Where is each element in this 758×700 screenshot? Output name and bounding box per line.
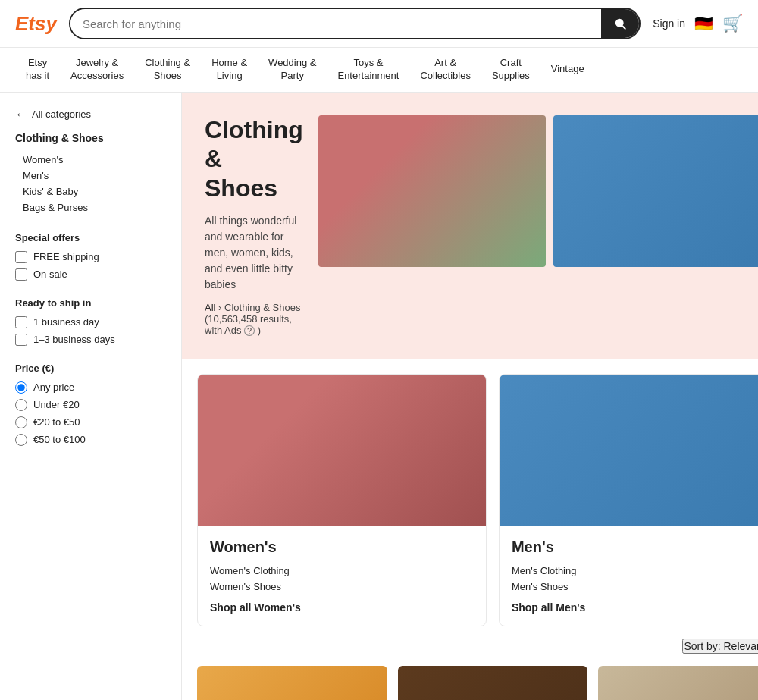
free-shipping-label: FREE shipping	[33, 251, 99, 262]
search-icon	[613, 17, 627, 30]
womens-clothing-link[interactable]: Women's Clothing	[210, 565, 474, 576]
hero-image-mens	[553, 115, 758, 267]
products-grid: Walkanzug Ad by vomiagmacht ★★★★★ (30) f…	[182, 660, 758, 700]
special-offers-section: Special offers FREE shipping On sale	[15, 232, 166, 281]
shop-all-womens-link[interactable]: Shop all Women's	[210, 601, 474, 614]
sort-label: Sort by: Relevancy	[684, 640, 758, 652]
price-section: Price (€) Any price Under €20 €20 to €50…	[15, 363, 166, 446]
hero-img-placeholder-2	[553, 115, 758, 267]
flag-icon[interactable]: 🇩🇪	[694, 14, 713, 33]
any-price-input[interactable]	[15, 381, 27, 394]
mens-clothing-link[interactable]: Men's Clothing	[512, 565, 758, 576]
50-100-radio[interactable]: €50 to €100	[15, 434, 166, 446]
back-label: All categories	[32, 108, 91, 120]
1-day-label: 1 business day	[33, 316, 99, 328]
cart-icon[interactable]: 🛒	[722, 14, 743, 33]
under20-input[interactable]	[15, 399, 27, 411]
search-bar	[69, 8, 641, 39]
header-actions: Sign in 🇩🇪 🛒	[653, 14, 743, 33]
nav-item-etsy-has-it[interactable]: Etsyhas it	[15, 48, 60, 92]
under20-label: Under €20	[33, 399, 80, 410]
any-price-radio[interactable]: Any price	[15, 381, 166, 394]
20-50-label: €20 to €50	[33, 416, 80, 428]
hero-description: All things wonderful and wearable for me…	[205, 213, 303, 293]
free-shipping-checkbox[interactable]: FREE shipping	[15, 251, 166, 263]
results-close: )	[258, 325, 261, 336]
hero-image-womens	[318, 115, 546, 267]
product-image-2	[398, 666, 588, 700]
nav-item-jewelry[interactable]: Jewelry &Accessories	[60, 48, 134, 92]
nav-item-home-living[interactable]: Home &Living	[201, 48, 258, 92]
sidebar-item-bags[interactable]: Bags & Purses	[15, 199, 166, 215]
ready-to-ship-section: Ready to ship in 1 business day 1–3 busi…	[15, 297, 166, 346]
product-card-3[interactable]: Bohemia Vintage Backp... Ad by TreeOnThe…	[598, 666, 758, 700]
sidebar-item-womens[interactable]: Women's	[15, 152, 166, 168]
womens-category-card: Women's Women's Clothing Women's Shoes S…	[197, 374, 487, 626]
1-3-days-input[interactable]	[15, 334, 27, 346]
etsy-logo[interactable]: Etsy	[15, 12, 57, 36]
free-shipping-input[interactable]	[15, 251, 27, 263]
sign-in-link[interactable]: Sign in	[653, 17, 685, 30]
womens-card-image	[198, 375, 486, 526]
category-cards: Women's Women's Clothing Women's Shoes S…	[182, 359, 758, 626]
on-sale-input[interactable]	[15, 268, 27, 281]
ready-to-ship-title: Ready to ship in	[15, 297, 166, 309]
sidebar-item-mens[interactable]: Men's	[15, 168, 166, 184]
nav-item-art[interactable]: Art &Collectibles	[409, 48, 481, 92]
main-nav: Etsyhas it Jewelry &Accessories Clothing…	[0, 48, 758, 93]
product-image-1	[197, 666, 387, 700]
20-50-input[interactable]	[15, 416, 27, 428]
product-card-1[interactable]: Walkanzug Ad by vomiagmacht ★★★★★ (30) f…	[197, 666, 387, 700]
mens-card-image	[500, 375, 758, 526]
womens-shoes-link[interactable]: Women's Shoes	[210, 581, 474, 592]
under20-radio[interactable]: Under €20	[15, 399, 166, 411]
mens-card-title: Men's	[512, 538, 758, 556]
shop-all-mens-link[interactable]: Shop all Men's	[512, 601, 758, 614]
on-sale-checkbox[interactable]: On sale	[15, 268, 166, 281]
mens-category-card: Men's Men's Clothing Men's Shoes Shop al…	[499, 374, 758, 626]
20-50-radio[interactable]: €20 to €50	[15, 416, 166, 428]
back-to-categories[interactable]: ← All categories	[15, 108, 166, 121]
search-button[interactable]	[601, 9, 639, 38]
info-icon[interactable]: ?	[244, 325, 255, 336]
hero-images	[318, 115, 758, 267]
nav-item-vintage[interactable]: Vintage	[540, 54, 595, 85]
content-area: Clothing &Shoes All things wonderful and…	[182, 93, 758, 700]
1-day-input[interactable]	[15, 316, 27, 328]
main-content: ← All categories Clothing & Shoes Women'…	[0, 93, 758, 700]
hero-text: Clothing &Shoes All things wonderful and…	[205, 115, 303, 336]
any-price-label: Any price	[33, 381, 74, 393]
nav-item-clothing[interactable]: Clothing &Shoes	[134, 48, 201, 92]
1-3-days-label: 1–3 business days	[33, 334, 115, 345]
hero-breadcrumb: All › Clothing & Shoes (10,563,458 resul…	[205, 302, 303, 336]
product-card-2[interactable]: Vintage white Nike Inspi... Ad by Summer…	[398, 666, 588, 700]
price-title: Price (€)	[15, 363, 166, 374]
nav-item-craft[interactable]: CraftSupplies	[481, 48, 540, 92]
mens-card-body: Men's Men's Clothing Men's Shoes Shop al…	[500, 526, 758, 626]
nav-item-wedding[interactable]: Wedding &Party	[258, 48, 327, 92]
womens-card-title: Women's	[210, 538, 474, 556]
1-day-checkbox[interactable]: 1 business day	[15, 316, 166, 328]
hero-banner: Clothing &Shoes All things wonderful and…	[182, 93, 758, 359]
sidebar: ← All categories Clothing & Shoes Women'…	[0, 93, 182, 700]
50-100-input[interactable]	[15, 434, 27, 446]
nav-item-toys[interactable]: Toys &Entertainment	[327, 48, 409, 92]
breadcrumb-all-link[interactable]: All	[205, 302, 215, 313]
header: Etsy Sign in 🇩🇪 🛒	[0, 0, 758, 48]
special-offers-title: Special offers	[15, 232, 166, 243]
breadcrumb-section: Clothing & Shoes	[224, 302, 300, 313]
hero-img-placeholder-1	[318, 115, 546, 267]
1-3-days-checkbox[interactable]: 1–3 business days	[15, 334, 166, 346]
search-input[interactable]	[70, 10, 601, 38]
mens-shoes-link[interactable]: Men's Shoes	[512, 581, 758, 592]
50-100-label: €50 to €100	[33, 434, 86, 445]
hero-title: Clothing &Shoes	[205, 115, 303, 202]
womens-card-body: Women's Women's Clothing Women's Shoes S…	[198, 526, 486, 626]
sort-button[interactable]: Sort by: Relevancy ▼	[682, 639, 758, 654]
products-header: Sort by: Relevancy ▼	[182, 626, 758, 660]
back-arrow-icon: ←	[15, 108, 27, 121]
on-sale-label: On sale	[33, 268, 67, 280]
product-image-3	[598, 666, 758, 700]
sidebar-category-title: Clothing & Shoes	[15, 132, 166, 144]
sidebar-item-kids[interactable]: Kids' & Baby	[15, 184, 166, 199]
